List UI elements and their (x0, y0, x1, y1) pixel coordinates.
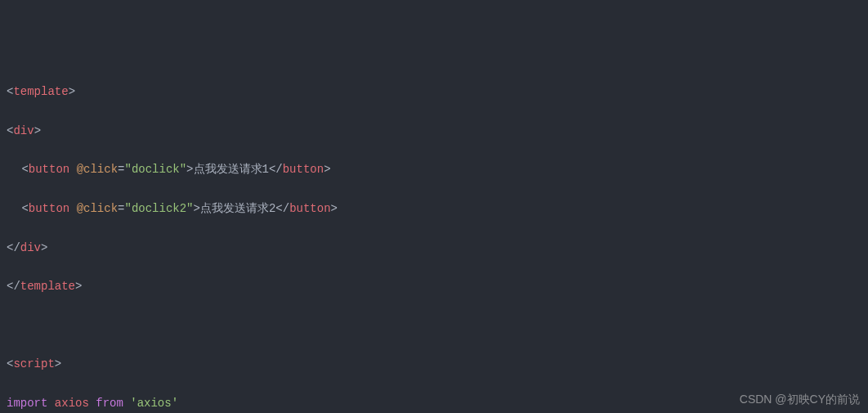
code-line[interactable]: <div> (7, 122, 861, 141)
code-line[interactable]: </div> (7, 239, 861, 258)
code-line[interactable]: import axios from 'axios' (7, 394, 861, 413)
code-line[interactable]: <template> (7, 83, 861, 102)
code-line[interactable]: <button @click="doclick2">点我发送请求2</butto… (7, 200, 861, 219)
code-line[interactable]: <script> (7, 355, 861, 375)
code-line[interactable]: <button @click="doclick">点我发送请求1</button… (7, 160, 861, 180)
code-line[interactable] (7, 316, 861, 336)
code-editor[interactable]: { "code": { "template_open": "template",… (0, 0, 868, 413)
code-line[interactable]: </template> (7, 277, 861, 297)
